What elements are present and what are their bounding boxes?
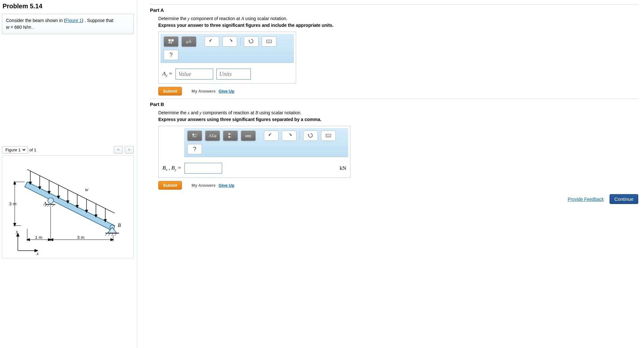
svg-rect-51 (169, 39, 171, 41)
vector-tool[interactable]: vec (241, 131, 256, 141)
part-a-lhs: Ay = (162, 71, 172, 77)
reset-icon (308, 132, 313, 139)
keyboard-icon (266, 38, 272, 45)
fig-axis-y: y (15, 229, 18, 234)
continue-button[interactable]: Continue (610, 194, 638, 204)
templates-tool[interactable] (164, 36, 178, 47)
fig-label-a: A (43, 201, 47, 206)
svg-line-30 (109, 233, 110, 236)
fig-label-w: w (85, 187, 88, 192)
fig-dim-3m-h: 3 m (77, 235, 85, 240)
svg-rect-66 (228, 133, 230, 135)
fig-label-b: B (118, 223, 121, 228)
redo-icon (286, 132, 292, 139)
svg-rect-54 (171, 42, 172, 44)
svg-rect-69 (230, 137, 231, 137)
toolbar-separator (240, 37, 241, 46)
part-a-desc: Determine the y component of reaction at… (158, 16, 638, 21)
part-b-lhs: Bx , By = (162, 165, 181, 171)
svg-rect-52 (172, 39, 174, 41)
svg-line-32 (115, 233, 116, 236)
intro-value: = 680 N/m . (9, 25, 34, 30)
svg-point-20 (48, 198, 54, 204)
templates-tool-b[interactable]: √□ (187, 131, 202, 141)
provide-feedback-link[interactable]: Provide Feedback (568, 197, 604, 202)
part-b: Part B Determine the x and y components … (150, 99, 638, 190)
part-b-toolbar: √□ ΑΣφ vec ? (184, 128, 348, 157)
part-a: Part A Determine the y component of reac… (150, 4, 638, 95)
svg-line-24 (50, 204, 52, 207)
intro-text-1: Consider the beam shown in ( (6, 18, 65, 23)
undo-icon (268, 132, 274, 139)
help-button[interactable]: ? (164, 50, 178, 60)
part-b-units-label: kN (340, 165, 346, 171)
help-button-b[interactable]: ? (187, 144, 202, 154)
svg-rect-56 (267, 40, 272, 43)
part-a-instruction: Express your answer to three significant… (158, 23, 638, 28)
part-b-my-answers-label: My Answers (191, 183, 215, 188)
svg-marker-35 (13, 223, 16, 226)
redo-button[interactable] (222, 36, 237, 47)
part-b-give-up-link[interactable]: Give Up (219, 183, 234, 188)
part-b-instruction: Express your answers using three signifi… (158, 117, 638, 122)
part-b-answer-box: √□ ΑΣφ vec ? Bx , By = (158, 126, 350, 178)
svg-text:√□: √□ (195, 133, 198, 136)
fig-axis-x: x (36, 251, 39, 256)
svg-rect-61 (192, 134, 194, 135)
part-b-value-input[interactable] (184, 163, 222, 174)
toolbar-separator (300, 132, 300, 140)
part-a-give-up-link[interactable]: Give Up (219, 89, 234, 94)
undo-button-b[interactable] (264, 131, 279, 141)
part-a-units-input[interactable] (216, 69, 251, 79)
svg-rect-71 (326, 134, 331, 137)
figure-image: w A B 3 m (2, 155, 134, 258)
problem-intro: Consider the beam shown in (Figure 1) . … (2, 14, 134, 34)
figure-link[interactable]: Figure 1 (65, 18, 82, 23)
part-a-toolbar: μÅ ? (161, 34, 294, 63)
svg-rect-68 (228, 136, 230, 138)
svg-line-29 (105, 233, 107, 236)
keyboard-button-b[interactable] (321, 131, 336, 141)
problem-title: Problem 5.14 (3, 3, 134, 10)
part-a-value-input[interactable] (176, 69, 213, 79)
redo-icon (227, 38, 233, 45)
redo-button-b[interactable] (282, 131, 296, 141)
special-chars-tool[interactable]: μÅ (182, 36, 196, 47)
svg-line-25 (52, 204, 54, 207)
svg-rect-67 (230, 134, 231, 134)
greek-tool[interactable]: ΑΣφ (205, 131, 220, 141)
reset-button[interactable] (244, 36, 258, 47)
part-b-desc: Determine the x and y components of reac… (158, 110, 638, 116)
part-b-title: Part B (150, 99, 638, 107)
svg-marker-34 (13, 181, 16, 185)
svg-rect-65 (195, 136, 196, 137)
reset-icon (248, 38, 254, 45)
part-a-my-answers-label: My Answers (191, 89, 215, 94)
part-b-submit-button[interactable]: Submit (158, 181, 182, 190)
intro-text-2: ) . Suppose that (82, 18, 113, 23)
undo-button[interactable] (205, 36, 219, 47)
reset-button-b[interactable] (303, 131, 318, 141)
figure-selector[interactable]: Figure 1 (2, 146, 28, 154)
svg-line-23 (47, 204, 49, 207)
svg-rect-63 (192, 136, 193, 137)
chevron-right-icon: > (128, 148, 130, 152)
svg-rect-53 (169, 42, 170, 44)
figure-prev-button[interactable]: < (114, 146, 123, 154)
fig-dim-1m: 1 m (35, 235, 42, 240)
svg-rect-64 (194, 136, 195, 137)
help-icon: ? (193, 146, 196, 153)
part-a-submit-button[interactable]: Submit (158, 87, 182, 95)
intro-var-w: w (6, 25, 9, 30)
part-a-answer-box: μÅ ? Ay = (158, 32, 296, 84)
keyboard-icon (326, 132, 331, 139)
script-tool[interactable] (223, 131, 238, 141)
figure-count: of 1 (29, 148, 36, 152)
chevron-left-icon: < (117, 148, 119, 152)
figure-select-dropdown[interactable]: Figure 1 (4, 147, 26, 153)
figure-next-button[interactable]: > (125, 146, 134, 154)
help-icon: ? (169, 52, 173, 58)
undo-icon (209, 38, 215, 45)
part-a-title: Part A (150, 4, 638, 13)
keyboard-button[interactable] (262, 36, 276, 47)
